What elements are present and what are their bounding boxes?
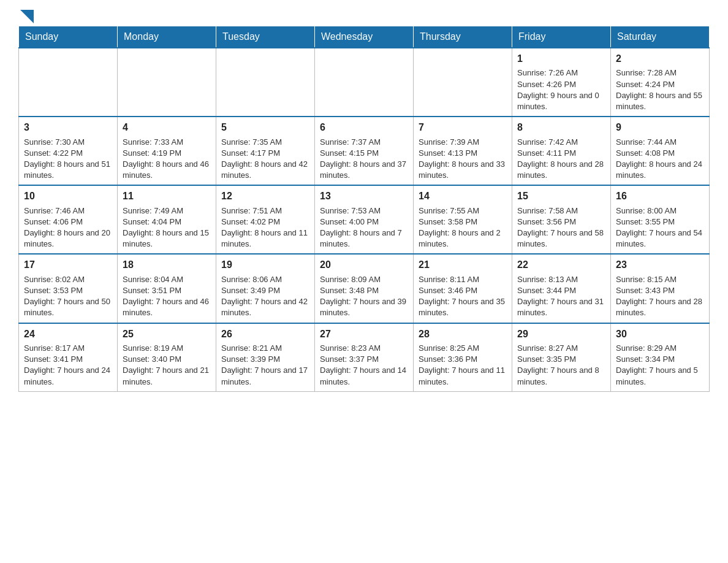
day-number: 25 [123, 327, 211, 341]
day-info: Daylight: 8 hours and 33 minutes. [419, 159, 507, 181]
day-info: Sunrise: 7:30 AM [24, 137, 112, 148]
day-number: 12 [221, 190, 309, 203]
day-info: Sunrise: 8:25 AM [419, 343, 507, 354]
calendar-cell: 18Sunrise: 8:04 AMSunset: 3:51 PMDayligh… [118, 254, 216, 323]
calendar-cell [118, 48, 216, 117]
day-info: Sunset: 4:17 PM [221, 148, 309, 159]
day-info: Daylight: 7 hours and 14 minutes. [320, 365, 408, 387]
calendar-week-2: 10Sunrise: 7:46 AMSunset: 4:06 PMDayligh… [19, 185, 710, 254]
day-info: Sunset: 3:37 PM [320, 354, 408, 365]
calendar-cell [216, 48, 315, 117]
weekday-header-friday: Friday [512, 26, 611, 48]
calendar-cell: 16Sunrise: 8:00 AMSunset: 3:55 PMDayligh… [611, 185, 710, 254]
day-info: Sunrise: 7:28 AM [616, 67, 704, 79]
calendar-cell: 13Sunrise: 7:53 AMSunset: 4:00 PMDayligh… [315, 185, 414, 254]
day-number: 3 [24, 121, 112, 134]
day-info: Sunrise: 7:33 AM [123, 137, 211, 148]
day-number: 24 [24, 327, 112, 341]
calendar-cell: 6Sunrise: 7:37 AMSunset: 4:15 PMDaylight… [315, 117, 414, 185]
day-info: Sunrise: 7:44 AM [616, 137, 704, 148]
day-info: Sunrise: 8:17 AM [24, 343, 112, 354]
day-info: Daylight: 7 hours and 11 minutes. [419, 365, 507, 387]
day-info: Sunset: 3:39 PM [221, 354, 309, 365]
day-info: Sunrise: 8:13 AM [517, 274, 605, 285]
calendar-cell: 23Sunrise: 8:15 AMSunset: 3:43 PMDayligh… [611, 254, 710, 323]
day-info: Daylight: 7 hours and 31 minutes. [517, 296, 605, 318]
calendar-cell: 10Sunrise: 7:46 AMSunset: 4:06 PMDayligh… [19, 185, 118, 254]
weekday-header-tuesday: Tuesday [216, 26, 315, 48]
calendar-cell: 30Sunrise: 8:29 AMSunset: 3:34 PMDayligh… [611, 323, 710, 392]
calendar-cell: 4Sunrise: 7:33 AMSunset: 4:19 PMDaylight… [118, 117, 216, 185]
day-info: Sunrise: 7:39 AM [419, 137, 507, 148]
day-info: Sunrise: 8:09 AM [320, 274, 408, 285]
day-number: 23 [616, 258, 704, 272]
day-info: Sunset: 4:04 PM [123, 216, 211, 228]
day-number: 30 [616, 327, 704, 341]
day-info: Sunset: 4:13 PM [419, 148, 507, 159]
day-info: Sunrise: 7:37 AM [320, 137, 408, 148]
calendar-cell: 3Sunrise: 7:30 AMSunset: 4:22 PMDaylight… [19, 117, 118, 185]
day-info: Daylight: 7 hours and 50 minutes. [24, 296, 112, 318]
day-info: Sunset: 3:36 PM [419, 354, 507, 365]
calendar-cell: 15Sunrise: 7:58 AMSunset: 3:56 PMDayligh… [512, 185, 611, 254]
weekday-header-monday: Monday [118, 26, 216, 48]
day-info: Daylight: 9 hours and 0 minutes. [517, 90, 605, 112]
day-number: 13 [320, 190, 408, 203]
day-info: Sunset: 3:41 PM [24, 354, 112, 365]
weekday-header-sunday: Sunday [19, 26, 118, 48]
calendar-cell: 27Sunrise: 8:23 AMSunset: 3:37 PMDayligh… [315, 323, 414, 392]
day-info: Daylight: 7 hours and 54 minutes. [616, 228, 704, 250]
day-number: 29 [517, 327, 605, 341]
day-info: Sunrise: 8:21 AM [221, 343, 309, 354]
calendar-cell: 1Sunrise: 7:26 AMSunset: 4:26 PMDaylight… [512, 48, 611, 117]
day-number: 18 [123, 258, 211, 272]
calendar-cell [19, 48, 118, 117]
day-number: 19 [221, 258, 309, 272]
day-info: Daylight: 7 hours and 24 minutes. [24, 365, 112, 387]
day-info: Sunset: 3:44 PM [517, 285, 605, 296]
weekday-header-wednesday: Wednesday [315, 26, 414, 48]
day-number: 5 [221, 121, 309, 134]
day-info: Daylight: 7 hours and 42 minutes. [221, 296, 309, 318]
day-info: Sunrise: 8:00 AM [616, 205, 704, 216]
day-info: Daylight: 7 hours and 35 minutes. [419, 296, 507, 318]
day-info: Daylight: 7 hours and 21 minutes. [123, 365, 211, 387]
day-info: Daylight: 8 hours and 15 minutes. [123, 228, 211, 250]
day-info: Daylight: 7 hours and 17 minutes. [221, 365, 309, 387]
day-info: Sunset: 4:08 PM [616, 148, 704, 159]
day-info: Sunrise: 7:42 AM [517, 137, 605, 148]
calendar-cell: 26Sunrise: 8:21 AMSunset: 3:39 PMDayligh… [216, 323, 315, 392]
day-info: Sunset: 3:48 PM [320, 285, 408, 296]
day-info: Daylight: 7 hours and 58 minutes. [517, 228, 605, 250]
day-info: Sunset: 4:24 PM [616, 79, 704, 90]
logo-arrow-icon [20, 10, 34, 23]
calendar-cell: 5Sunrise: 7:35 AMSunset: 4:17 PMDaylight… [216, 117, 315, 185]
day-number: 4 [123, 121, 211, 134]
day-info: Daylight: 7 hours and 8 minutes. [517, 365, 605, 387]
day-info: Sunrise: 7:46 AM [24, 205, 112, 216]
day-number: 6 [320, 121, 408, 134]
day-number: 9 [616, 121, 704, 134]
day-number: 8 [517, 121, 605, 134]
day-number: 20 [320, 258, 408, 272]
day-info: Sunrise: 7:58 AM [517, 205, 605, 216]
day-info: Sunrise: 7:26 AM [517, 67, 605, 79]
calendar-cell: 2Sunrise: 7:28 AMSunset: 4:24 PMDaylight… [611, 48, 710, 117]
day-info: Sunset: 4:06 PM [24, 216, 112, 228]
day-info: Sunrise: 8:04 AM [123, 274, 211, 285]
logo [18, 12, 34, 20]
day-number: 28 [419, 327, 507, 341]
day-number: 17 [24, 258, 112, 272]
day-info: Sunrise: 8:06 AM [221, 274, 309, 285]
day-info: Sunset: 4:26 PM [517, 79, 605, 90]
page-header [18, 12, 710, 20]
day-number: 16 [616, 190, 704, 203]
day-info: Sunrise: 7:53 AM [320, 205, 408, 216]
day-info: Sunrise: 8:27 AM [517, 343, 605, 354]
day-info: Sunset: 4:15 PM [320, 148, 408, 159]
day-number: 22 [517, 258, 605, 272]
day-info: Daylight: 8 hours and 37 minutes. [320, 159, 408, 181]
day-info: Sunrise: 8:29 AM [616, 343, 704, 354]
day-info: Daylight: 8 hours and 11 minutes. [221, 228, 309, 250]
day-info: Sunset: 3:46 PM [419, 285, 507, 296]
